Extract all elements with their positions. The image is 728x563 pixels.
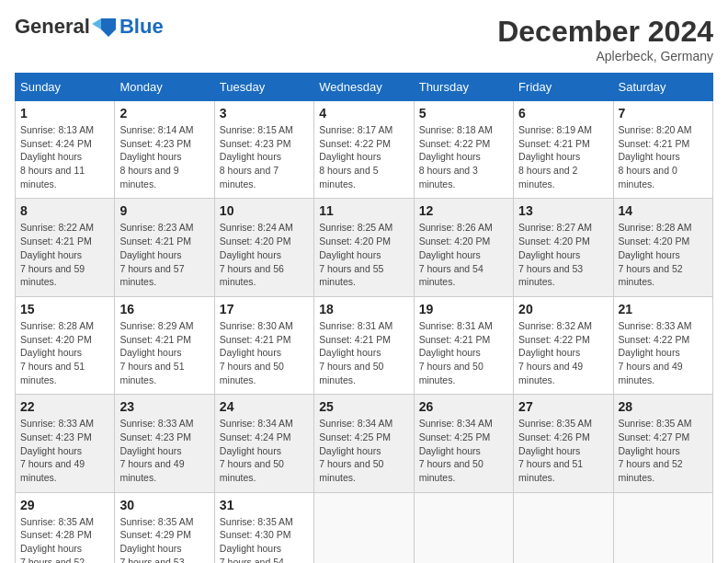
calendar-day-cell: 12Sunrise: 8:26 AMSunset: 4:20 PMDayligh…	[414, 199, 513, 296]
calendar-day-cell: 3Sunrise: 8:15 AMSunset: 4:23 PMDaylight…	[214, 101, 313, 199]
calendar-day-cell: 18Sunrise: 8:31 AMSunset: 4:21 PMDayligh…	[314, 296, 414, 394]
svg-marker-2	[92, 18, 101, 29]
location-text: Aplerbeck, Germany	[497, 49, 713, 63]
day-number: 18	[319, 302, 408, 316]
day-info: Sunrise: 8:26 AMSunset: 4:20 PMDaylight …	[419, 221, 508, 288]
logo-icon	[92, 17, 118, 37]
day-number: 11	[319, 203, 408, 218]
day-info: Sunrise: 8:30 AMSunset: 4:21 PMDaylight …	[220, 319, 309, 386]
svg-marker-1	[101, 29, 116, 37]
day-number: 10	[220, 203, 309, 218]
day-number: 2	[119, 106, 209, 121]
calendar-day-cell: 1Sunrise: 8:13 AMSunset: 4:24 PMDaylight…	[16, 101, 115, 199]
day-info: Sunrise: 8:34 AMSunset: 4:25 PMDaylight …	[419, 417, 508, 484]
day-number: 5	[419, 106, 508, 121]
day-number: 16	[119, 302, 209, 316]
calendar-day-cell: 17Sunrise: 8:30 AMSunset: 4:21 PMDayligh…	[214, 296, 313, 394]
day-number: 24	[220, 399, 309, 414]
day-info: Sunrise: 8:23 AMSunset: 4:21 PMDaylight …	[119, 221, 209, 288]
day-info: Sunrise: 8:33 AMSunset: 4:22 PMDaylight …	[619, 319, 708, 386]
weekday-header: Monday	[115, 74, 214, 101]
day-info: Sunrise: 8:20 AMSunset: 4:21 PMDaylight …	[619, 123, 708, 190]
day-info: Sunrise: 8:31 AMSunset: 4:21 PMDaylight …	[419, 319, 508, 386]
logo: General Blue	[15, 15, 164, 39]
calendar-day-cell: 28Sunrise: 8:35 AMSunset: 4:27 PMDayligh…	[613, 395, 712, 492]
day-number: 17	[220, 302, 309, 316]
day-info: Sunrise: 8:33 AMSunset: 4:23 PMDaylight …	[20, 417, 109, 484]
day-number: 22	[20, 399, 109, 414]
day-number: 8	[20, 203, 109, 218]
calendar-day-cell	[314, 492, 414, 563]
day-info: Sunrise: 8:32 AMSunset: 4:22 PMDaylight …	[518, 319, 608, 386]
day-info: Sunrise: 8:31 AMSunset: 4:21 PMDaylight …	[319, 319, 408, 386]
calendar-day-cell: 9Sunrise: 8:23 AMSunset: 4:21 PMDaylight…	[115, 199, 214, 296]
svg-marker-0	[101, 18, 116, 29]
day-info: Sunrise: 8:17 AMSunset: 4:22 PMDaylight …	[319, 123, 408, 190]
calendar-day-cell: 26Sunrise: 8:34 AMSunset: 4:25 PMDayligh…	[414, 395, 513, 492]
calendar-day-cell: 25Sunrise: 8:34 AMSunset: 4:25 PMDayligh…	[314, 395, 414, 492]
page-header: General Blue December 2024 Aplerbeck, Ge…	[15, 15, 713, 63]
calendar-table: SundayMondayTuesdayWednesdayThursdayFrid…	[15, 73, 713, 563]
day-info: Sunrise: 8:22 AMSunset: 4:21 PMDaylight …	[20, 221, 109, 288]
weekday-header: Friday	[514, 74, 613, 101]
day-number: 7	[619, 106, 708, 121]
day-info: Sunrise: 8:28 AMSunset: 4:20 PMDaylight …	[20, 319, 109, 386]
calendar-week-row: 1Sunrise: 8:13 AMSunset: 4:24 PMDaylight…	[16, 101, 713, 199]
day-number: 28	[619, 399, 708, 414]
calendar-day-cell	[414, 492, 513, 563]
day-number: 9	[119, 203, 209, 218]
calendar-day-cell: 4Sunrise: 8:17 AMSunset: 4:22 PMDaylight…	[314, 101, 414, 199]
day-info: Sunrise: 8:28 AMSunset: 4:20 PMDaylight …	[619, 221, 708, 288]
day-number: 3	[220, 106, 309, 121]
logo-general-text: General	[15, 15, 90, 39]
calendar-week-row: 22Sunrise: 8:33 AMSunset: 4:23 PMDayligh…	[16, 395, 713, 492]
day-info: Sunrise: 8:29 AMSunset: 4:21 PMDaylight …	[119, 319, 209, 386]
calendar-day-cell: 29Sunrise: 8:35 AMSunset: 4:28 PMDayligh…	[16, 492, 115, 563]
day-info: Sunrise: 8:33 AMSunset: 4:23 PMDaylight …	[119, 417, 209, 484]
day-number: 23	[119, 399, 209, 414]
calendar-day-cell: 20Sunrise: 8:32 AMSunset: 4:22 PMDayligh…	[514, 296, 613, 394]
weekday-header: Wednesday	[314, 74, 414, 101]
day-number: 12	[419, 203, 508, 218]
calendar-header: SundayMondayTuesdayWednesdayThursdayFrid…	[16, 74, 713, 101]
calendar-day-cell: 24Sunrise: 8:34 AMSunset: 4:24 PMDayligh…	[214, 395, 313, 492]
calendar-day-cell: 27Sunrise: 8:35 AMSunset: 4:26 PMDayligh…	[514, 395, 613, 492]
calendar-day-cell: 10Sunrise: 8:24 AMSunset: 4:20 PMDayligh…	[214, 199, 313, 296]
calendar-day-cell: 6Sunrise: 8:19 AMSunset: 4:21 PMDaylight…	[514, 101, 613, 199]
day-info: Sunrise: 8:15 AMSunset: 4:23 PMDaylight …	[220, 123, 309, 190]
day-number: 4	[319, 106, 408, 121]
calendar-day-cell: 7Sunrise: 8:20 AMSunset: 4:21 PMDaylight…	[613, 101, 712, 199]
calendar-week-row: 15Sunrise: 8:28 AMSunset: 4:20 PMDayligh…	[16, 296, 713, 394]
day-info: Sunrise: 8:13 AMSunset: 4:24 PMDaylight …	[20, 123, 109, 190]
day-number: 25	[319, 399, 408, 414]
day-info: Sunrise: 8:27 AMSunset: 4:20 PMDaylight …	[518, 221, 608, 288]
calendar-day-cell: 23Sunrise: 8:33 AMSunset: 4:23 PMDayligh…	[115, 395, 214, 492]
day-info: Sunrise: 8:35 AMSunset: 4:30 PMDaylight …	[220, 515, 309, 563]
day-number: 26	[419, 399, 508, 414]
day-number: 21	[619, 302, 708, 316]
day-number: 1	[20, 106, 109, 121]
calendar-body: 1Sunrise: 8:13 AMSunset: 4:24 PMDaylight…	[16, 101, 713, 564]
day-info: Sunrise: 8:35 AMSunset: 4:27 PMDaylight …	[619, 417, 708, 484]
day-info: Sunrise: 8:18 AMSunset: 4:22 PMDaylight …	[419, 123, 508, 190]
weekday-header: Saturday	[613, 74, 712, 101]
day-info: Sunrise: 8:14 AMSunset: 4:23 PMDaylight …	[119, 123, 209, 190]
calendar-day-cell: 31Sunrise: 8:35 AMSunset: 4:30 PMDayligh…	[214, 492, 313, 563]
calendar-day-cell: 5Sunrise: 8:18 AMSunset: 4:22 PMDaylight…	[414, 101, 513, 199]
day-info: Sunrise: 8:34 AMSunset: 4:24 PMDaylight …	[220, 417, 309, 484]
calendar-week-row: 29Sunrise: 8:35 AMSunset: 4:28 PMDayligh…	[16, 492, 713, 563]
weekday-header: Thursday	[414, 74, 513, 101]
calendar-day-cell: 16Sunrise: 8:29 AMSunset: 4:21 PMDayligh…	[115, 296, 214, 394]
day-number: 15	[20, 302, 109, 316]
day-number: 19	[419, 302, 508, 316]
month-title: December 2024	[497, 15, 713, 49]
day-number: 6	[518, 106, 608, 121]
day-number: 30	[119, 498, 209, 512]
calendar-day-cell	[514, 492, 613, 563]
day-info: Sunrise: 8:25 AMSunset: 4:20 PMDaylight …	[319, 221, 408, 288]
calendar-day-cell: 30Sunrise: 8:35 AMSunset: 4:29 PMDayligh…	[115, 492, 214, 563]
day-number: 20	[518, 302, 608, 316]
calendar-day-cell: 8Sunrise: 8:22 AMSunset: 4:21 PMDaylight…	[16, 199, 115, 296]
calendar-day-cell: 11Sunrise: 8:25 AMSunset: 4:20 PMDayligh…	[314, 199, 414, 296]
day-info: Sunrise: 8:35 AMSunset: 4:28 PMDaylight …	[20, 515, 109, 563]
